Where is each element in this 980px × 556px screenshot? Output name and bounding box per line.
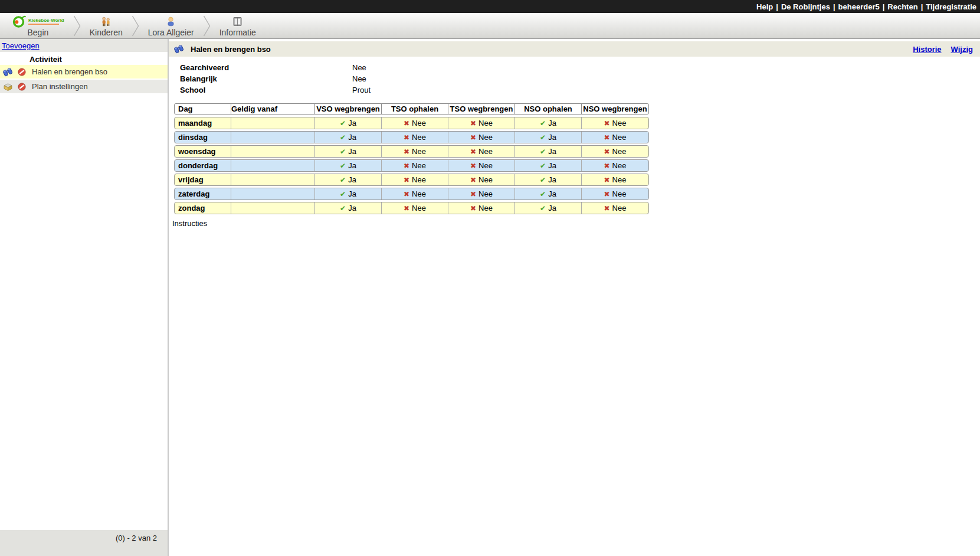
add-activity-link[interactable]: Toevoegen bbox=[2, 41, 40, 50]
cross-icon: ✖ bbox=[604, 176, 610, 184]
check-icon: ✔ bbox=[540, 176, 546, 184]
table-header-row: DagGeldig vanafVSO wegbrengenTSO ophalen… bbox=[174, 103, 649, 115]
toolbar-item-begin[interactable]: Kiekeboe-WorldBegin bbox=[4, 13, 73, 38]
value-cell: ✖Nee bbox=[582, 117, 648, 129]
topbar-link-beheerder5[interactable]: beheerder5 bbox=[838, 2, 880, 11]
value-cell: ✖Nee bbox=[582, 188, 648, 199]
table-body: maandag✔Ja✖Nee✖Nee✔Ja✖Needinsdag✔Ja✖Nee✖… bbox=[174, 117, 980, 214]
value-cell: ✖Nee bbox=[448, 132, 515, 143]
cross-icon: ✖ bbox=[404, 134, 409, 141]
field-label: Gearchiveerd bbox=[180, 63, 352, 72]
field-row-school: SchoolProut bbox=[180, 84, 980, 96]
schedule-row-donderdag: donderdag✔Ja✖Nee✖Nee✔Ja✖Nee bbox=[174, 159, 649, 172]
cross-icon: ✖ bbox=[404, 205, 409, 212]
value-label: Ja bbox=[348, 204, 356, 212]
value-label: Ja bbox=[548, 161, 556, 170]
value-label: Ja bbox=[548, 133, 556, 142]
schedule-row-woensdag: woensdag✔Ja✖Nee✖Nee✔Ja✖Nee bbox=[174, 145, 649, 158]
value-cell: ✖Nee bbox=[382, 146, 448, 157]
topbar-separator: | bbox=[921, 2, 923, 11]
sidebar-item-halen-en-brengen-bso[interactable]: Halen en brengen bso bbox=[0, 65, 168, 79]
sidebar-item-plan-instellingen[interactable]: Plan instellingen bbox=[0, 80, 168, 93]
check-icon: ✔ bbox=[540, 191, 546, 198]
day-cell: woensdag bbox=[175, 146, 231, 157]
sidebar-item-label: Halen en brengen bso bbox=[32, 67, 107, 76]
schedule-row-maandag: maandag✔Ja✖Nee✖Nee✔Ja✖Nee bbox=[174, 117, 649, 129]
column-header-nso-ophalen: NSO ophalen bbox=[515, 104, 582, 114]
toolbar-item-label: Lora Allgeier bbox=[148, 28, 194, 37]
value-cell: ✔Ja bbox=[315, 160, 382, 171]
box-icon bbox=[2, 82, 13, 91]
cross-icon: ✖ bbox=[470, 205, 476, 212]
value-label: Ja bbox=[348, 161, 356, 170]
top-navigation-bar: Help|De Robijntjes|beheerder5|Rechten|Ti… bbox=[0, 0, 980, 13]
cross-icon: ✖ bbox=[470, 191, 476, 198]
value-cell: ✖Nee bbox=[448, 146, 515, 157]
cross-icon: ✖ bbox=[470, 120, 476, 127]
value-label: Ja bbox=[548, 147, 556, 156]
value-label: Ja bbox=[348, 189, 356, 198]
historie-link[interactable]: Historie bbox=[913, 45, 941, 54]
cross-icon: ✖ bbox=[604, 191, 610, 198]
check-icon: ✔ bbox=[540, 148, 546, 155]
value-cell: ✔Ja bbox=[515, 174, 582, 185]
cross-icon: ✖ bbox=[470, 176, 476, 184]
cross-icon: ✖ bbox=[404, 176, 409, 184]
value-cell: ✔Ja bbox=[315, 117, 382, 129]
value-label: Ja bbox=[348, 133, 356, 142]
wijzig-link[interactable]: Wijzig bbox=[951, 45, 973, 54]
toolbar-item-informatie[interactable]: Informatie bbox=[211, 13, 264, 38]
column-header-tso-ophalen: TSO ophalen bbox=[382, 104, 448, 114]
toolbar-item-label: Informatie bbox=[219, 28, 256, 37]
topbar-link-help[interactable]: Help bbox=[756, 2, 773, 11]
value-cell: ✖Nee bbox=[382, 132, 448, 143]
value-cell: ✖Nee bbox=[382, 117, 448, 129]
value-label: Nee bbox=[612, 147, 627, 156]
breadcrumb-chevron-icon bbox=[202, 13, 211, 38]
value-label: Nee bbox=[412, 147, 426, 156]
sidebar-status-bar: (0) - 2 van 2 bbox=[0, 530, 168, 556]
value-label: Nee bbox=[412, 133, 426, 142]
topbar-link-de-robijntjes[interactable]: De Robijntjes bbox=[781, 2, 830, 11]
application-window: Help|De Robijntjes|beheerder5|Rechten|Ti… bbox=[0, 0, 980, 556]
value-label: Nee bbox=[412, 161, 426, 170]
cross-icon: ✖ bbox=[604, 134, 610, 141]
topbar-link-tijdregistratie[interactable]: Tijdregistratie bbox=[926, 2, 976, 11]
day-cell: zaterdag bbox=[175, 188, 231, 199]
geldig-vanaf-cell bbox=[231, 132, 315, 143]
value-cell: ✔Ja bbox=[515, 146, 582, 157]
main-content: Halen en brengen bso HistorieWijzig Gear… bbox=[169, 39, 980, 556]
value-label: Ja bbox=[548, 204, 556, 212]
value-label: Nee bbox=[478, 133, 493, 142]
cross-icon: ✖ bbox=[470, 162, 476, 169]
no-entry-icon bbox=[17, 82, 26, 91]
cross-icon: ✖ bbox=[404, 120, 409, 127]
geldig-vanaf-cell bbox=[231, 146, 315, 157]
binoculars-icon bbox=[2, 67, 13, 77]
value-label: Nee bbox=[412, 204, 426, 212]
cross-icon: ✖ bbox=[470, 134, 476, 141]
value-label: Nee bbox=[478, 161, 493, 170]
geldig-vanaf-cell bbox=[231, 160, 315, 171]
toolbar-item-lora-allgeier[interactable]: Lora Allgeier bbox=[140, 13, 202, 38]
value-label: Nee bbox=[412, 175, 426, 184]
geldig-vanaf-cell bbox=[231, 117, 315, 129]
value-cell: ✔Ja bbox=[315, 132, 382, 143]
value-cell: ✖Nee bbox=[448, 174, 515, 185]
value-label: Ja bbox=[348, 147, 356, 156]
field-value: Prout bbox=[352, 86, 371, 94]
topbar-link-rechten[interactable]: Rechten bbox=[887, 2, 917, 11]
person-icon bbox=[165, 15, 176, 28]
day-cell: donderdag bbox=[175, 160, 231, 171]
column-header-nso-wegbrengen: NSO wegbrengen bbox=[582, 104, 648, 114]
toolbar-item-kinderen[interactable]: Kinderen bbox=[81, 13, 131, 38]
value-label: Nee bbox=[412, 119, 426, 127]
value-label: Nee bbox=[478, 175, 493, 184]
value-cell: ✖Nee bbox=[582, 146, 648, 157]
column-header-tso-wegbrengen: TSO wegbrengen bbox=[448, 104, 515, 114]
geldig-vanaf-cell bbox=[231, 174, 315, 185]
value-cell: ✔Ja bbox=[315, 188, 382, 199]
cross-icon: ✖ bbox=[604, 205, 610, 212]
value-label: Ja bbox=[548, 119, 556, 127]
cross-icon: ✖ bbox=[604, 148, 610, 155]
